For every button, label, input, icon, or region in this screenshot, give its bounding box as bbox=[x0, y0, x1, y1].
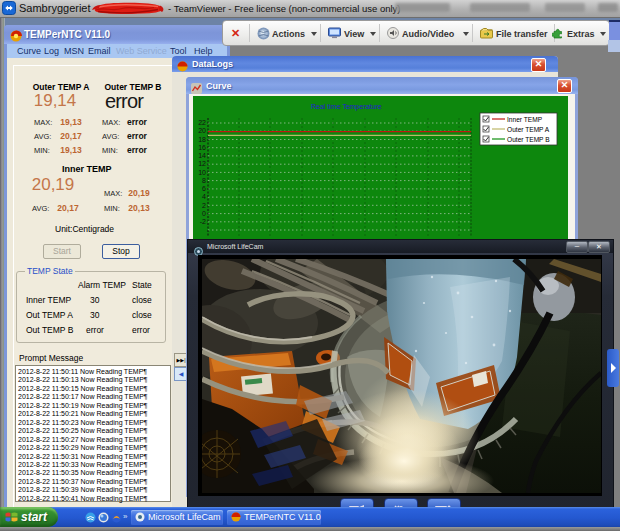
svg-text:18: 18 bbox=[198, 136, 206, 143]
svg-text:-2: -2 bbox=[200, 218, 206, 225]
svg-text:Inner TEMP: Inner TEMP bbox=[507, 116, 543, 123]
svg-text:Outer TEMP B: Outer TEMP B bbox=[507, 136, 550, 143]
svg-text:2: 2 bbox=[202, 202, 206, 209]
svg-text:20: 20 bbox=[198, 127, 206, 134]
svg-text:Outer TEMP A: Outer TEMP A bbox=[507, 126, 550, 133]
svg-text:8: 8 bbox=[202, 177, 206, 184]
svg-text:0: 0 bbox=[202, 210, 206, 217]
svg-text:Real time Temperature: Real time Temperature bbox=[311, 103, 382, 111]
svg-text:6: 6 bbox=[202, 185, 206, 192]
svg-text:12: 12 bbox=[198, 160, 206, 167]
svg-text:16: 16 bbox=[198, 144, 206, 151]
svg-text:4: 4 bbox=[202, 193, 206, 200]
svg-text:14: 14 bbox=[198, 152, 206, 159]
svg-text:10: 10 bbox=[198, 169, 206, 176]
svg-text:22: 22 bbox=[198, 119, 206, 126]
